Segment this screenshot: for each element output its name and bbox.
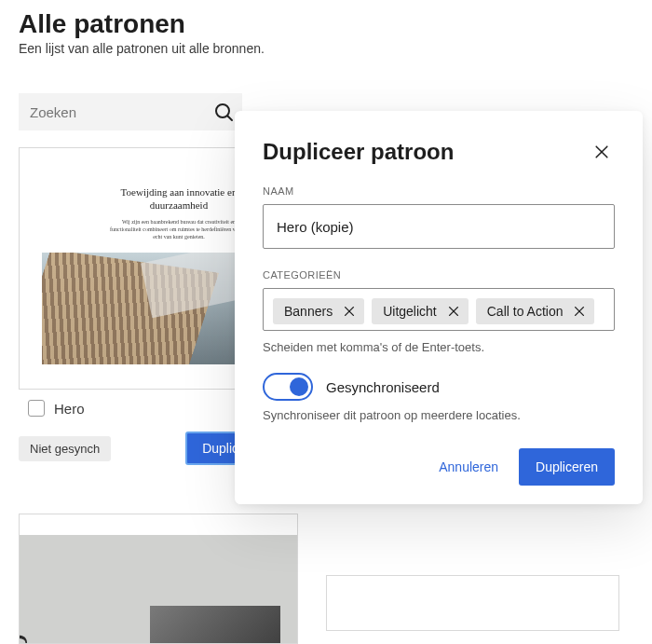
toggle-knob xyxy=(290,377,308,396)
name-field-label: NAAM xyxy=(263,185,615,197)
sync-toggle-description: Synchroniseer dit patroon op meerdere lo… xyxy=(263,408,615,422)
categories-field-label: CATEGORIEËN xyxy=(263,269,615,281)
duplicate-pattern-modal: Dupliceer patroon NAAM CATEGORIEËN Banne… xyxy=(235,111,643,504)
remove-icon[interactable] xyxy=(446,304,461,319)
modal-title: Dupliceer patroon xyxy=(263,139,454,165)
category-chip: Banners xyxy=(273,298,364,324)
categories-field[interactable]: Banners Uitgelicht Call xyxy=(263,288,615,331)
remove-icon[interactable] xyxy=(342,304,357,319)
chip-label: Call to Action xyxy=(487,304,564,319)
sync-toggle[interactable] xyxy=(263,373,313,401)
sync-toggle-label: Gesynchroniseerd xyxy=(326,379,440,395)
categories-hint: Scheiden met komma's of de Enter-toets. xyxy=(263,340,615,354)
chip-label: Banners xyxy=(284,304,333,319)
cancel-button[interactable]: Annuleren xyxy=(433,450,504,484)
category-chip: Call to Action xyxy=(476,298,595,324)
close-icon xyxy=(592,143,611,161)
name-field[interactable] xyxy=(263,204,615,249)
remove-icon[interactable] xyxy=(572,304,587,319)
chip-label: Uitgelicht xyxy=(383,304,437,319)
confirm-duplicate-button[interactable]: Dupliceren xyxy=(519,448,615,486)
close-button[interactable] xyxy=(589,139,615,165)
category-chip: Uitgelicht xyxy=(372,298,469,324)
